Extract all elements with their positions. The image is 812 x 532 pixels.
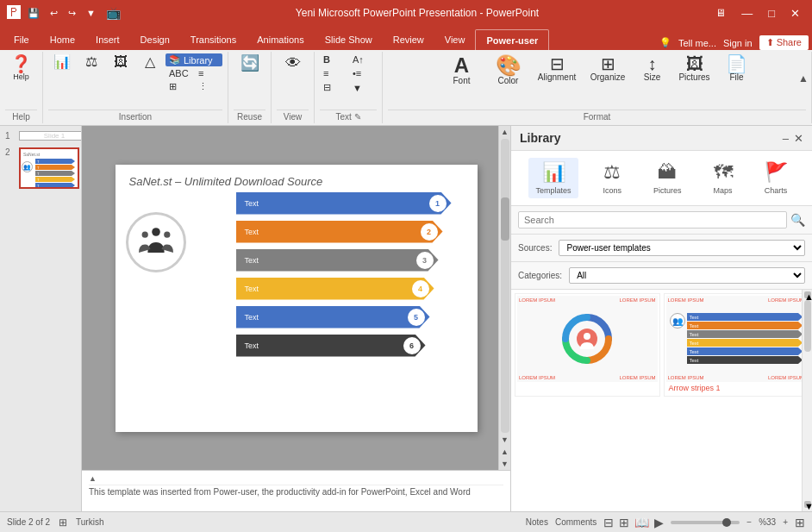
lib-scroll-up[interactable]: ▲ <box>804 291 811 298</box>
lib-charts-btn[interactable]: 🚩 Charts <box>758 158 795 198</box>
more-btn[interactable]: ⋮ <box>195 80 222 93</box>
agenda-btn[interactable]: ≡ <box>195 67 222 79</box>
lib-pictures-btn[interactable]: 🏔 Pictures <box>646 158 689 198</box>
maximize-btn[interactable]: □ <box>763 5 780 22</box>
chevron-text-btn[interactable]: ▼ <box>349 81 377 94</box>
increase-size-btn[interactable]: A↑ <box>349 53 377 66</box>
color-btn[interactable]: 🎨 Color <box>487 53 530 87</box>
tab-transitions[interactable]: Transitions <box>180 29 247 50</box>
slide-view-icon[interactable]: ⊞ <box>59 516 67 529</box>
qat-undo[interactable]: ↩ <box>47 6 61 21</box>
image-btn[interactable]: 🖼 <box>107 53 134 71</box>
lib-scroll-thumb <box>804 300 811 352</box>
categories-select[interactable]: All <box>569 267 805 284</box>
tab-file[interactable]: File <box>3 29 40 50</box>
charts-btn[interactable]: 📊 <box>48 53 76 71</box>
present-btn[interactable]: 📺 <box>103 4 124 22</box>
notes-area: ▲ This template was inserted from Power-… <box>82 470 510 511</box>
v-scrollbar[interactable]: ▲ ▼ ▲ ▼ <box>498 126 510 470</box>
lib-scroll-down[interactable]: ▼ <box>804 501 811 508</box>
slideshow-btn[interactable]: ▶ <box>654 516 664 529</box>
scroll-up-btn[interactable]: ▲ <box>499 126 510 138</box>
table-btn[interactable]: ⊞ <box>166 80 193 93</box>
qat-redo[interactable]: ↪ <box>65 6 79 21</box>
notes-scroll-up[interactable]: ▲ <box>89 474 97 483</box>
align-icon: ⊟ <box>323 82 331 93</box>
shapes-btn[interactable]: △ <box>136 53 164 71</box>
sign-in-btn[interactable]: Sign in <box>723 38 753 48</box>
sources-select[interactable]: Power-user templates <box>559 240 805 256</box>
file-btn[interactable]: 📄 File <box>720 53 754 84</box>
zoom-slider[interactable] <box>671 521 740 524</box>
library-sources: Sources: Power-user templates <box>511 235 812 262</box>
help-btn[interactable]: ❓ Help <box>7 53 35 83</box>
slide-canvas[interactable]: SaNet.st – Unlimited Download Source <box>116 165 478 432</box>
ribbon-group-reuse: 🔄 Reuse <box>228 52 272 123</box>
tab-view[interactable]: View <box>434 29 476 50</box>
library-scrollbar[interactable]: ▲ ▼ <box>802 290 812 511</box>
tab-power-user[interactable]: Power-user <box>475 29 549 50</box>
share-btn[interactable]: ⬆ Share <box>759 35 809 50</box>
lib-icons-btn[interactable]: ⚖ Icons <box>597 158 629 198</box>
lib-templates-btn[interactable]: 📊 Templates <box>528 158 578 198</box>
font-icon: A <box>454 55 469 76</box>
bold-btn[interactable]: B <box>320 53 347 66</box>
zoom-in-btn[interactable]: + <box>783 517 788 527</box>
scroll-thumb <box>501 197 509 241</box>
font-btn[interactable]: A Font <box>440 53 484 87</box>
view-btn[interactable]: 👁 <box>279 53 307 72</box>
ribbon-collapse[interactable]: ▲ <box>795 50 812 106</box>
ribbon-display-btn[interactable]: 🖥 <box>710 5 731 21</box>
size-btn[interactable]: ↕ Size <box>635 53 670 84</box>
reuse-btn[interactable]: 🔄 <box>236 53 264 72</box>
scroll-down-btn[interactable]: ▼ <box>499 434 510 446</box>
template-item-2[interactable]: LOREM IPSUM LOREM IPSUM 👥 Text Text Text… <box>664 293 809 397</box>
arrow-row-1: Text 1 <box>236 191 478 216</box>
scroll-up2-btn[interactable]: ▲ <box>499 446 510 458</box>
normal-view-btn[interactable]: ⊟ <box>603 516 614 529</box>
tell-me-input[interactable]: Tell me... <box>678 38 716 48</box>
arrow-label-4: Text <box>245 285 259 293</box>
library-minimize-btn[interactable]: – <box>783 132 789 145</box>
qat-save[interactable]: 💾 <box>24 6 43 21</box>
alignment-btn[interactable]: ⊟ Alignment <box>534 53 581 84</box>
search-input[interactable] <box>518 211 787 228</box>
pictures-btn[interactable]: 🖼 Pictures <box>673 53 716 84</box>
search-btn[interactable]: 🔍 <box>790 213 805 227</box>
reading-view-btn[interactable]: 📖 <box>634 516 649 529</box>
arrow-label-1: Text <box>245 199 259 208</box>
library-btn[interactable]: 📚 Library <box>166 53 222 66</box>
organize-btn[interactable]: ⊞ Organize <box>584 53 632 84</box>
comments-btn[interactable]: Comments <box>555 517 597 527</box>
library-close-btn[interactable]: ✕ <box>794 132 803 145</box>
bullet-btn[interactable]: •≡ <box>349 67 377 79</box>
tab-animations[interactable]: Animations <box>247 29 314 50</box>
slide-sorter-btn[interactable]: ⊞ <box>619 516 629 529</box>
template-item-1[interactable]: LOREM IPSUM LOREM IPSUM <box>515 293 660 397</box>
arrow-body-6: Text 6 <box>236 335 426 357</box>
arrow-row-2: Text 2 <box>236 219 478 245</box>
close-btn[interactable]: ✕ <box>785 5 805 22</box>
lib-icons-label: Icons <box>603 186 622 195</box>
title-bar: 🅿 💾 ↩ ↪ ▼ 📺 Yeni Microsoft PowerPoint Pr… <box>0 0 812 26</box>
list-btn[interactable]: ≡ <box>320 67 347 79</box>
align-btn[interactable]: ⊟ <box>320 81 347 94</box>
arrow-num-5: 5 <box>408 309 425 326</box>
tab-home[interactable]: Home <box>40 29 85 50</box>
tab-insert[interactable]: Insert <box>85 29 130 50</box>
notes-btn[interactable]: Notes <box>526 517 548 527</box>
tab-slideshow[interactable]: Slide Show <box>315 29 383 50</box>
scroll-down2-btn[interactable]: ▼ <box>499 458 510 470</box>
language[interactable]: Turkish <box>76 517 103 527</box>
tab-design[interactable]: Design <box>130 29 180 50</box>
lib-maps-btn[interactable]: 🗺 Maps <box>707 158 740 198</box>
fit-slide-btn[interactable]: ⊞ <box>795 516 805 529</box>
slide-thumb-1[interactable]: 1 Slide 1 <box>3 129 78 142</box>
zoom-out-btn[interactable]: − <box>746 517 752 527</box>
text-btn[interactable]: ABC <box>166 67 193 79</box>
minimize-btn[interactable]: — <box>736 5 758 22</box>
smart-art-btn[interactable]: ⚖ <box>78 53 105 71</box>
slide-thumb-2[interactable]: 2 SaNet.st T T T T T T 👥 <box>3 146 78 191</box>
qat-customize[interactable]: ▼ <box>83 6 99 20</box>
tab-review[interactable]: Review <box>383 29 434 50</box>
